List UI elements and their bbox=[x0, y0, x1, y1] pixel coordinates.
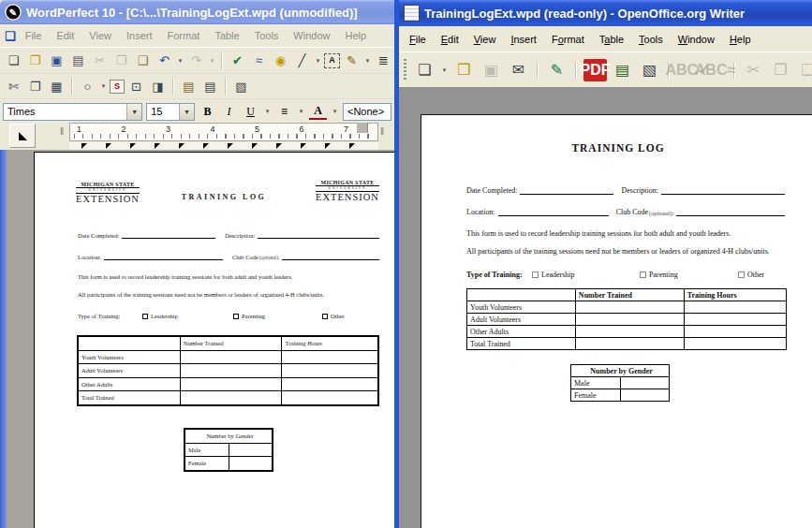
underline-dropdown-arrow[interactable]: ▾ bbox=[263, 108, 272, 115]
menu-view[interactable]: View bbox=[466, 31, 504, 48]
type-of-training-row: Type of Training: LeadershipParentingOth… bbox=[466, 271, 804, 280]
toolbar-separator bbox=[225, 78, 227, 95]
menu-window[interactable]: Window bbox=[286, 27, 337, 44]
edit-file-icon[interactable]: ✎ bbox=[545, 59, 568, 81]
spell-book-icon[interactable]: S bbox=[110, 80, 125, 94]
empty-cell bbox=[180, 377, 282, 391]
font-name-value: Times bbox=[7, 106, 36, 117]
page-title: TRAINING LOG bbox=[144, 193, 303, 201]
text-box-icon[interactable]: A bbox=[324, 53, 340, 68]
justification-button[interactable]: ≡ bbox=[275, 103, 293, 121]
menu-file[interactable]: File bbox=[18, 27, 50, 44]
checkbox-icon bbox=[532, 271, 539, 278]
oo-page[interactable]: TRAINING LOG Date Completed: Description… bbox=[421, 114, 812, 528]
open-icon[interactable]: ❐ bbox=[452, 59, 476, 81]
new-document-dropdown-arrow[interactable]: ▾ bbox=[440, 66, 449, 74]
menu-table[interactable]: Table bbox=[592, 31, 631, 48]
font-color-button[interactable]: A bbox=[309, 103, 327, 120]
page-grid-icon[interactable]: ▦ bbox=[47, 77, 66, 95]
menu-insert[interactable]: Insert bbox=[119, 27, 160, 44]
menu-tools[interactable]: Tools bbox=[247, 27, 287, 44]
menu-format[interactable]: Format bbox=[544, 31, 592, 48]
new-document-icon[interactable]: ❏ bbox=[4, 51, 23, 70]
table-header bbox=[79, 337, 181, 351]
paste-icon[interactable]: ❑ bbox=[133, 51, 153, 70]
paragraph: This form is used to record leadership t… bbox=[78, 273, 387, 280]
open-icon[interactable]: ❐ bbox=[25, 51, 45, 70]
undo-dropdown-arrow[interactable]: ▾ bbox=[176, 57, 185, 65]
date-completed-label: Date Completed: bbox=[78, 232, 119, 239]
menu-help[interactable]: Help bbox=[337, 27, 374, 44]
menu-tools[interactable]: Tools bbox=[631, 31, 671, 48]
zoom-icon[interactable]: ○ bbox=[78, 77, 97, 95]
menu-file[interactable]: File bbox=[402, 31, 434, 48]
zoom-dropdown-arrow[interactable]: ▾ bbox=[99, 82, 108, 90]
print-icon[interactable]: ▤ bbox=[68, 51, 88, 70]
chevron-down-icon[interactable]: ▼ bbox=[126, 104, 141, 120]
toolbar-grip[interactable] bbox=[404, 59, 406, 81]
training-counts-table: Number TrainedTraining HoursYouth Volunt… bbox=[78, 336, 378, 405]
style-combo[interactable]: <None> bbox=[343, 103, 391, 121]
underline-button[interactable]: U bbox=[242, 103, 259, 121]
menu-view[interactable]: View bbox=[81, 27, 119, 44]
print-preview-icon[interactable]: ▧ bbox=[231, 77, 251, 95]
oo-titlebar[interactable]: TrainingLogExt.wpd (read-only) - OpenOff… bbox=[399, 0, 812, 26]
margin-marker[interactable]: ‖ bbox=[380, 126, 384, 137]
draw-scribble-icon[interactable]: ≈ bbox=[249, 51, 269, 70]
draw-line-dropdown-arrow[interactable]: ▾ bbox=[314, 57, 322, 65]
bold-button[interactable]: B bbox=[199, 103, 216, 121]
font-color-dropdown-arrow[interactable]: ▾ bbox=[331, 108, 339, 115]
font-name-combo[interactable]: Times ▼ bbox=[3, 103, 142, 121]
browser-quickfinder-icon[interactable]: ◉ bbox=[271, 51, 290, 70]
proofread-check-icon[interactable]: ✔ bbox=[228, 51, 247, 70]
menu-help[interactable]: Help bbox=[722, 31, 759, 48]
ruler-tab-stops bbox=[69, 142, 378, 150]
table-header: Training Hours bbox=[684, 289, 786, 301]
save-icon[interactable]: ▣ bbox=[47, 51, 66, 70]
menu-edit[interactable]: Edit bbox=[434, 31, 466, 48]
new-document-icon[interactable]: ❏ bbox=[413, 59, 436, 81]
draw-line-icon[interactable]: ╱ bbox=[292, 51, 312, 70]
numbering-icon[interactable]: ≣ bbox=[374, 51, 393, 70]
export-pdf-icon[interactable]: PDF bbox=[583, 59, 607, 81]
font-size-combo[interactable]: 15 ▼ bbox=[146, 103, 195, 121]
justification-dropdown-arrow[interactable]: ▾ bbox=[297, 108, 305, 115]
duplicate-pages-icon[interactable]: ❐ bbox=[25, 77, 45, 95]
empty-cell bbox=[575, 314, 684, 326]
tab-stop-marker bbox=[130, 143, 136, 149]
highlight-pen-dropdown-arrow[interactable]: ▾ bbox=[363, 57, 372, 65]
menu-window[interactable]: Window bbox=[671, 31, 722, 48]
undo-icon[interactable]: ↶ bbox=[155, 51, 174, 70]
menu-format[interactable]: Format bbox=[160, 27, 208, 44]
menu-table[interactable]: Table bbox=[207, 27, 246, 44]
full-screen-icon[interactable]: ⊡ bbox=[126, 77, 146, 95]
wp-page[interactable]: MICHIGAN STATE UNIVERSITY EXTENSION TRAI… bbox=[34, 152, 394, 528]
margin-marker[interactable]: ‖ bbox=[60, 126, 64, 137]
empty-cell bbox=[282, 377, 378, 391]
menu-edit[interactable]: Edit bbox=[49, 27, 81, 44]
print-icon[interactable]: ▤ bbox=[611, 59, 634, 81]
highlight-pen-icon[interactable]: ✎ bbox=[342, 51, 362, 70]
menu-insert[interactable]: Insert bbox=[503, 31, 544, 48]
row-label: Total Trained bbox=[467, 338, 576, 350]
page-view-icon[interactable]: ◨ bbox=[148, 77, 168, 95]
empty-cell bbox=[229, 457, 273, 471]
document-as-email-icon[interactable]: ✉ bbox=[507, 59, 530, 81]
toolbar-separator bbox=[71, 78, 73, 95]
table-row: Adult Volunteers bbox=[467, 314, 787, 326]
table-header: Number Trained bbox=[575, 289, 684, 301]
print-envelope-icon[interactable]: ▤ bbox=[179, 77, 199, 95]
empty-cell bbox=[282, 364, 378, 378]
club-code-label: Club Code bbox=[616, 208, 648, 216]
italic-button[interactable]: I bbox=[220, 103, 238, 121]
wp-secondary-toolbar: ✄❐▦○▾S⊡◨▤▤▧ bbox=[0, 74, 394, 99]
chevron-down-icon[interactable]: ▼ bbox=[179, 104, 194, 120]
ruler-number: 1 bbox=[77, 125, 81, 134]
print-document-icon[interactable]: ▤ bbox=[200, 77, 220, 95]
wp-titlebar[interactable]: ✎ WordPerfect 10 - [C:\...\TrainingLogEx… bbox=[0, 0, 394, 24]
cut-ruler-icon[interactable]: ✄ bbox=[4, 77, 23, 95]
description-label: Description: bbox=[621, 186, 658, 195]
page-preview-icon[interactable]: ▧ bbox=[638, 59, 661, 81]
msu-extension-logo: MICHIGAN STATE UNIVERSITY EXTENSION bbox=[76, 182, 140, 204]
tab-selector-button[interactable] bbox=[9, 124, 36, 148]
